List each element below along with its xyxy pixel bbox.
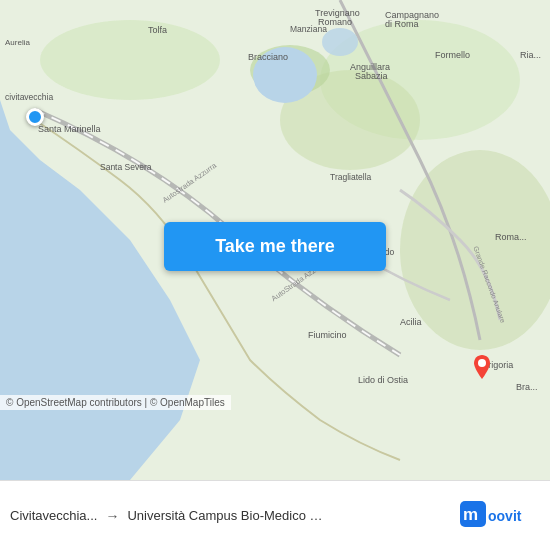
svg-text:Manziana: Manziana [290,24,327,34]
svg-text:Fiumicino: Fiumicino [308,330,347,340]
map-attribution: © OpenStreetMap contributors | © OpenMap… [0,395,231,410]
svg-text:Bracciano: Bracciano [248,52,288,62]
svg-text:Acilia: Acilia [400,317,422,327]
svg-text:di Roma: di Roma [385,19,419,29]
take-me-there-button[interactable]: Take me there [164,222,386,271]
svg-text:m: m [463,505,478,524]
svg-text:Lido di Ostia: Lido di Ostia [358,375,408,385]
route-to-label: Università Campus Bio-Medico Di Ro... [127,508,327,523]
svg-point-35 [478,359,486,367]
origin-marker [26,108,44,126]
svg-point-2 [40,20,220,100]
svg-text:Tolfa: Tolfa [148,25,167,35]
route-arrow: → [105,508,119,524]
svg-text:Aurelia: Aurelia [5,38,30,47]
svg-text:Bra...: Bra... [516,382,538,392]
svg-text:Roma...: Roma... [495,232,527,242]
svg-text:Santa Marinella: Santa Marinella [38,124,101,134]
bottom-bar: Civitavecchia... → Università Campus Bio… [0,480,550,550]
svg-point-8 [322,28,358,56]
svg-text:Formello: Formello [435,50,470,60]
svg-text:oovit: oovit [488,508,522,524]
svg-text:Sabazia: Sabazia [355,71,388,81]
moovit-logo: m oovit [460,501,540,531]
map-container: Campagnano di Roma Trevignano Romano Bra… [0,0,550,480]
destination-marker [470,355,494,387]
svg-text:Tragliatella: Tragliatella [330,172,372,182]
svg-text:Ria...: Ria... [520,50,541,60]
svg-text:Santa Severa: Santa Severa [100,162,152,172]
svg-text:civitavecchia: civitavecchia [5,92,53,102]
route-from-label: Civitavecchia... [10,508,97,523]
